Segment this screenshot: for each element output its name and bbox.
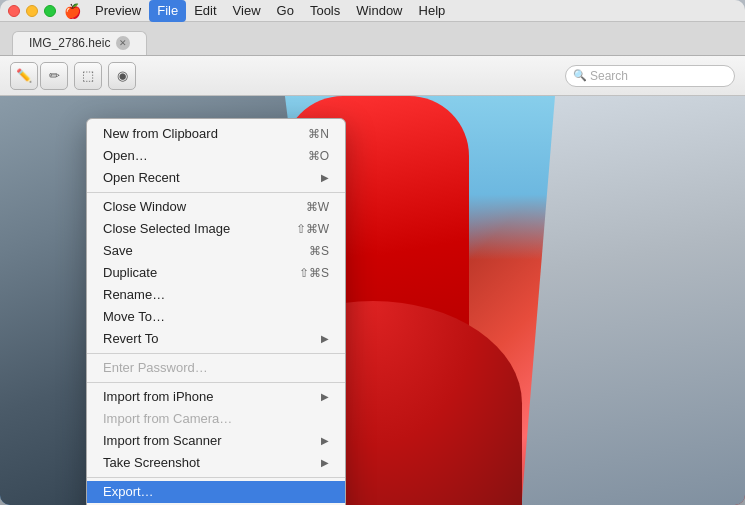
menu-item-enter-password[interactable]: Enter Password…	[87, 357, 345, 379]
menu-separator-4	[87, 477, 345, 478]
menu-label: Export…	[103, 481, 154, 503]
menu-separator-1	[87, 192, 345, 193]
submenu-arrow: ▶	[321, 452, 329, 474]
toolbar: ✏️ ✏ ⬚ ◉ 🔍 Search	[0, 56, 745, 96]
submenu-arrow: ▶	[321, 430, 329, 452]
tab-bar: IMG_2786.heic ✕	[0, 22, 745, 56]
menu-item-close-selected-image[interactable]: Close Selected Image ⇧⌘W	[87, 218, 345, 240]
menu-label: Import from Camera…	[103, 408, 232, 430]
image-area: New from Clipboard ⌘N Open… ⌘O Open Rece…	[0, 96, 745, 505]
menu-label: Open…	[103, 145, 148, 167]
menu-label: Revert To	[103, 328, 158, 350]
menu-label: Move To…	[103, 306, 165, 328]
tools-menu-item[interactable]: Tools	[302, 0, 348, 22]
search-container: 🔍 Search	[565, 65, 735, 87]
menu-label: Enter Password…	[103, 357, 208, 379]
menu-item-new-clipboard[interactable]: New from Clipboard ⌘N	[87, 123, 345, 145]
toolbar-left-group: ✏️ ✏	[10, 62, 68, 90]
menu-shortcut: ⌘S	[309, 240, 329, 262]
menu-item-open-recent[interactable]: Open Recent ▶	[87, 167, 345, 189]
help-menu-item[interactable]: Help	[411, 0, 454, 22]
crop-button[interactable]: ⬚	[74, 62, 102, 90]
menu-separator-3	[87, 382, 345, 383]
menu-item-move-to[interactable]: Move To…	[87, 306, 345, 328]
menu-label: Take Screenshot	[103, 452, 200, 474]
close-button[interactable]	[8, 5, 20, 17]
menu-item-duplicate[interactable]: Duplicate ⇧⌘S	[87, 262, 345, 284]
maximize-button[interactable]	[44, 5, 56, 17]
edit-menu-item[interactable]: Edit	[186, 0, 224, 22]
submenu-arrow: ▶	[321, 328, 329, 350]
menu-item-save[interactable]: Save ⌘S	[87, 240, 345, 262]
go-menu-item[interactable]: Go	[269, 0, 302, 22]
preview-menu-item[interactable]: Preview	[87, 0, 149, 22]
menu-label: Import from iPhone	[103, 386, 214, 408]
submenu-arrow: ▶	[321, 167, 329, 189]
image-tab[interactable]: IMG_2786.heic ✕	[12, 31, 147, 55]
menu-item-export[interactable]: Export…	[87, 481, 345, 503]
menu-label: New from Clipboard	[103, 123, 218, 145]
menu-item-import-scanner[interactable]: Import from Scanner ▶	[87, 430, 345, 452]
window-controls	[8, 5, 56, 17]
menu-label: Close Window	[103, 196, 186, 218]
menu-item-close-window[interactable]: Close Window ⌘W	[87, 196, 345, 218]
menu-label: Open Recent	[103, 167, 180, 189]
menu-item-open[interactable]: Open… ⌘O	[87, 145, 345, 167]
pencil-button[interactable]: ✏️	[10, 62, 38, 90]
menubar: 🍎 Preview File Edit View Go Tools Window…	[0, 0, 745, 22]
annotate-button[interactable]: ✏	[40, 62, 68, 90]
menu-shortcut: ⇧⌘W	[296, 218, 329, 240]
menu-label: Close Selected Image	[103, 218, 230, 240]
file-dropdown-menu[interactable]: New from Clipboard ⌘N Open… ⌘O Open Rece…	[86, 118, 346, 505]
building-right	[522, 96, 746, 505]
menu-item-revert-to[interactable]: Revert To ▶	[87, 328, 345, 350]
menu-shortcut: ⌘N	[308, 123, 329, 145]
main-window: 🍎 Preview File Edit View Go Tools Window…	[0, 0, 745, 505]
view-menu-item[interactable]: View	[225, 0, 269, 22]
menu-label: Rename…	[103, 284, 165, 306]
menu-item-take-screenshot[interactable]: Take Screenshot ▶	[87, 452, 345, 474]
menu-item-import-iphone[interactable]: Import from iPhone ▶	[87, 386, 345, 408]
apple-menu-item[interactable]: 🍎	[64, 3, 81, 19]
file-menu-item[interactable]: File	[149, 0, 186, 22]
menu-shortcut: ⌘O	[308, 145, 329, 167]
menu-label: Save	[103, 240, 133, 262]
menu-label: Import from Scanner	[103, 430, 222, 452]
tab-filename: IMG_2786.heic	[29, 36, 110, 50]
menu-label: Duplicate	[103, 262, 157, 284]
menu-shortcut: ⌘W	[306, 196, 329, 218]
menu-shortcut: ⇧⌘S	[299, 262, 329, 284]
search-input[interactable]	[566, 66, 734, 86]
minimize-button[interactable]	[26, 5, 38, 17]
menu-item-rename[interactable]: Rename…	[87, 284, 345, 306]
window-menu-item[interactable]: Window	[348, 0, 410, 22]
tab-close-button[interactable]: ✕	[116, 36, 130, 50]
adjust-button[interactable]: ◉	[108, 62, 136, 90]
menu-separator-2	[87, 353, 345, 354]
submenu-arrow: ▶	[321, 386, 329, 408]
menu-item-import-camera[interactable]: Import from Camera…	[87, 408, 345, 430]
